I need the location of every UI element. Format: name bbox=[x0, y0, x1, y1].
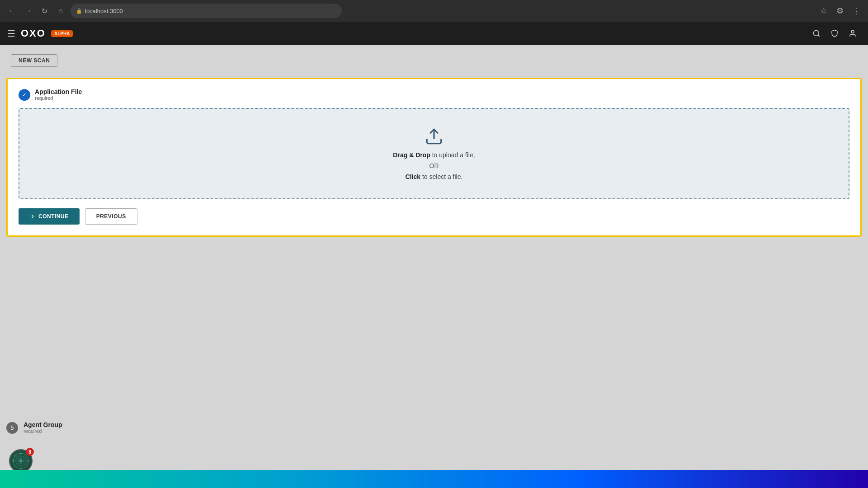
avatar-notification-badge: 8 bbox=[26, 448, 34, 456]
drop-text: Drag & Drop to upload a file, bbox=[393, 151, 475, 159]
forward-button[interactable]: → bbox=[22, 5, 34, 17]
continue-button[interactable]: CONTINUE bbox=[19, 208, 80, 225]
svg-point-13 bbox=[20, 468, 22, 469]
continue-label: CONTINUE bbox=[38, 213, 69, 220]
panel-step-text-group: Application File required bbox=[35, 88, 82, 101]
shield-icon-btn[interactable] bbox=[826, 25, 843, 42]
svg-point-1 bbox=[851, 30, 854, 33]
svg-point-0 bbox=[813, 30, 819, 36]
panel-step-check: ✓ bbox=[22, 92, 27, 98]
home-button[interactable]: ⌂ bbox=[54, 5, 67, 17]
drop-or-text: OR bbox=[429, 162, 439, 169]
continue-icon bbox=[29, 213, 36, 220]
svg-point-14 bbox=[13, 460, 14, 462]
app-header: ☰ OXO Alpha bbox=[0, 22, 868, 45]
click-label: Click bbox=[406, 173, 420, 180]
click-suffix: to select a file. bbox=[420, 173, 462, 180]
upload-icon bbox=[425, 127, 443, 148]
panel-step-title: Application File bbox=[35, 88, 82, 95]
panel-step-header: ✓ Application File required bbox=[19, 88, 849, 101]
previous-button[interactable]: PREVIOUS bbox=[85, 208, 137, 225]
address-bar[interactable]: 🔒 localhost:3000 bbox=[71, 4, 342, 18]
app-logo: OXO bbox=[21, 28, 46, 39]
url-text: localhost:3000 bbox=[85, 8, 123, 14]
user-icon-btn[interactable] bbox=[844, 25, 861, 42]
step-agent-group-circle: 5 bbox=[6, 422, 18, 434]
new-scan-button[interactable]: NEW SCAN bbox=[11, 54, 57, 67]
menu-icon[interactable]: ⋮ bbox=[850, 5, 863, 17]
svg-point-11 bbox=[19, 460, 22, 462]
panel-buttons: CONTINUE PREVIOUS bbox=[19, 208, 849, 225]
panel-step-required: required bbox=[35, 95, 82, 101]
back-button[interactable]: ← bbox=[5, 5, 18, 17]
file-drop-zone[interactable]: Drag & Drop to upload a file, OR Click t… bbox=[19, 108, 849, 199]
drag-drop-label: Drag & Drop bbox=[393, 151, 430, 159]
browser-chrome: ← → ↻ ⌂ 🔒 localhost:3000 ☆ ⚙ ⋮ bbox=[0, 0, 868, 22]
search-icon-btn[interactable] bbox=[808, 25, 825, 42]
step-agent-group-subtitle: required bbox=[24, 428, 62, 434]
step-agent-group-number: 5 bbox=[11, 425, 14, 431]
star-icon[interactable]: ☆ bbox=[817, 5, 830, 17]
step-agent-group-text: Agent Group required bbox=[24, 421, 62, 434]
svg-point-12 bbox=[20, 453, 22, 455]
lock-icon: 🔒 bbox=[76, 8, 82, 14]
step-agent-group: 5 Agent Group required bbox=[6, 421, 62, 434]
svg-point-15 bbox=[28, 460, 29, 462]
active-step-panel: ✓ Application File required bbox=[6, 78, 862, 237]
alpha-badge: Alpha bbox=[51, 30, 73, 37]
app-container: ☰ OXO Alpha NEW SCAN bbox=[0, 22, 868, 488]
step-agent-group-title: Agent Group bbox=[24, 421, 62, 428]
bottom-bar bbox=[0, 470, 868, 488]
drag-drop-suffix: to upload a file, bbox=[430, 151, 475, 159]
header-right-icons bbox=[808, 25, 861, 42]
panel-step-circle: ✓ bbox=[19, 89, 30, 101]
hamburger-icon[interactable]: ☰ bbox=[7, 28, 15, 39]
extensions-icon[interactable]: ⚙ bbox=[834, 5, 846, 17]
main-content: NEW SCAN ✓ Scanner Select or create a sc… bbox=[0, 45, 868, 488]
reload-button[interactable]: ↻ bbox=[38, 5, 51, 17]
browser-right-icons: ☆ ⚙ ⋮ bbox=[817, 5, 863, 17]
drop-click-text: Click to select a file. bbox=[406, 173, 463, 180]
